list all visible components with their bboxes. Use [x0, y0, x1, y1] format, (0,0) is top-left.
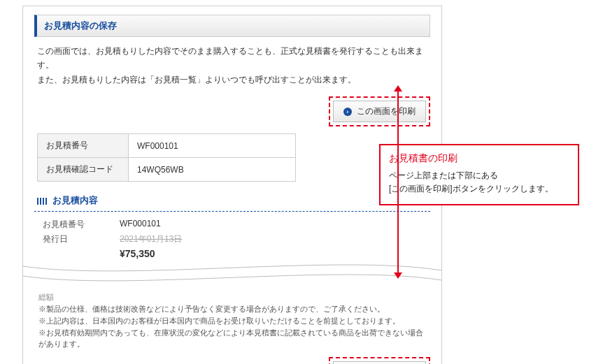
section-title: お見積内容の保存 [44, 20, 117, 31]
note-line: ※製品の仕様、価格は技術改善などにより予告なく変更する場合がありますので、ご了承… [38, 303, 426, 315]
detail-label: 発行日 [43, 233, 120, 245]
section-header: お見積内容の保存 [34, 15, 430, 37]
content-subheader-label: お見積内容 [52, 195, 98, 205]
arrow-down-icon [394, 272, 402, 279]
cell-value: WF000101 [129, 134, 296, 158]
price-value: ¥75,350 [120, 248, 422, 259]
callout-body: ページ上部または下部にある [この画面を印刷]ボタンをクリックします。 [389, 169, 569, 196]
intro-text: この画面では、お見積もりした内容でそのまま購入することも、正式な見積書を発行する… [37, 44, 427, 87]
print-button-top[interactable]: › この画面を印刷 [333, 101, 426, 122]
detail-value: WF000101 [120, 219, 422, 231]
quote-info-table: お見積番号 WF000101 お見積確認コード 14WQ56WB [37, 133, 296, 182]
detail-row-quote-no: お見積番号 WF000101 [34, 217, 430, 232]
note-line: ※上記内容は、日本国内のお客様が日本国内で商品をお受け取りいただけることを前提と… [38, 315, 426, 327]
detail-row-issue-date: 発行日 2021年01月13日 [34, 232, 430, 247]
top-print-highlight: › この画面を印刷 [329, 96, 430, 126]
note-total-label: 総額 [38, 291, 426, 303]
cell-label: お見積番号 [38, 134, 129, 158]
print-button-bottom[interactable]: › この画面を印刷 [333, 361, 426, 364]
cell-label: お見積確認コード [38, 158, 129, 182]
section-break-icon [23, 261, 441, 289]
callout-title: お見積書の印刷 [389, 152, 569, 165]
content-subheader: お見積内容 [34, 191, 430, 212]
detail-label: お見積番号 [43, 219, 120, 231]
chevron-right-icon: › [343, 108, 352, 116]
intro-line1: この画面では、お見積もりした内容でそのまま購入することも、正式な見積書を発行する… [37, 44, 427, 73]
table-row: お見積番号 WF000101 [38, 134, 296, 158]
intro-line2: また、お見積もりした内容は「お見積一覧」よりいつでも呼び出すことが出来ます。 [37, 73, 427, 87]
note-line: ※お見積有効期間内であっても、在庫状況の変化などにより本見積書に記載されている商… [38, 327, 426, 351]
arrow-line-icon [397, 88, 399, 274]
top-button-row: › この画面を印刷 [34, 96, 430, 126]
instruction-callout: お見積書の印刷 ページ上部または下部にある [この画面を印刷]ボタンをクリックし… [379, 144, 579, 205]
bottom-button-col: › この画面を印刷 › 正式見積書を発行 [34, 357, 430, 364]
detail-row-price: ¥75,350 [34, 247, 430, 261]
cell-value: 14WQ56WB [129, 158, 296, 182]
print-button-label: この画面を印刷 [357, 106, 416, 116]
bottom-print-highlight: › この画面を印刷 [329, 357, 430, 364]
arrow-up-icon [394, 85, 402, 92]
notes-block: 総額 ※製品の仕様、価格は技術改善などにより予告なく変更する場合がありますので、… [38, 291, 426, 350]
detail-label [43, 248, 120, 259]
table-row: お見積確認コード 14WQ56WB [38, 158, 296, 182]
detail-value: 2021年01月13日 [120, 233, 422, 245]
